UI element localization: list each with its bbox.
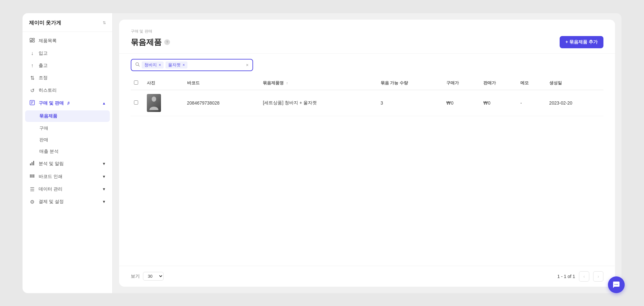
bundles-label: 묶음제품 — [39, 113, 57, 119]
search-box[interactable]: 청바지 × 울자켓 × × — [131, 59, 253, 71]
svg-rect-1 — [33, 38, 34, 40]
search-icon — [135, 62, 140, 68]
barcode-icon — [29, 173, 35, 180]
submenu-item-sales-analysis[interactable]: 매출 분석 — [23, 146, 112, 157]
col-created-at: 생성일 — [546, 76, 603, 90]
data-mgmt-chevron: ▼ — [102, 187, 106, 191]
sidebar-item-purchase-sales[interactable]: 구매 및 판매 β ▲ — [23, 97, 112, 110]
row-created-at: 2023-02-20 — [546, 90, 603, 116]
svg-rect-3 — [30, 41, 32, 42]
inbound-icon: ↓ — [29, 51, 35, 56]
analytics-chevron: ▼ — [102, 162, 106, 166]
svg-rect-14 — [33, 174, 33, 178]
analytics-label: 분석 및 알림 — [39, 161, 64, 167]
sidebar-expand-icon[interactable]: ⇅ — [103, 21, 106, 25]
submenu-item-sales[interactable]: 판매 — [23, 134, 112, 146]
tag-jeans-close[interactable]: × — [159, 63, 161, 67]
table-footer: 보기 30 50 100 1 - 1 of 1 ‹ › — [119, 266, 615, 287]
settings-chevron: ▼ — [102, 199, 106, 204]
svg-rect-9 — [32, 162, 33, 165]
tag-jacket-label: 울자켓 — [168, 62, 181, 68]
purchase-label: 구매 — [39, 125, 48, 131]
prev-page-button[interactable]: ‹ — [579, 271, 589, 282]
pagination-info: 1 - 1 of 1 — [557, 274, 575, 279]
svg-line-18 — [138, 65, 140, 67]
svg-rect-15 — [33, 174, 34, 178]
prev-icon: ‹ — [583, 274, 585, 279]
svg-rect-10 — [33, 161, 34, 165]
barcode-chevron: ▼ — [102, 174, 106, 179]
col-checkbox — [131, 76, 144, 90]
product-thumbnail — [147, 94, 161, 112]
tag-jacket-close[interactable]: × — [183, 63, 185, 67]
products-icon — [29, 38, 35, 44]
col-bundle-name[interactable]: 묶음제품명 ↑ — [260, 76, 377, 90]
svg-point-21 — [616, 284, 617, 285]
sidebar-item-outbound[interactable]: ↑ 출고 — [23, 60, 112, 72]
next-icon: › — [598, 274, 599, 279]
outbound-label: 출고 — [39, 63, 48, 69]
sidebar-item-analytics[interactable]: 분석 및 알림 ▼ — [23, 157, 112, 170]
settings-label: 결제 및 설정 — [39, 199, 64, 205]
sidebar-item-settings[interactable]: ⚙ 결제 및 설정 ▼ — [23, 196, 112, 208]
sidebar-item-history[interactable]: ↺ 히스토리 — [23, 84, 112, 97]
per-page-select[interactable]: 30 50 100 — [143, 272, 164, 281]
row-purchase-price: ₩0 — [443, 90, 480, 116]
inbound-label: 입고 — [39, 51, 48, 56]
submenu-item-bundles[interactable]: 묶음제품 — [25, 110, 110, 122]
svg-point-20 — [615, 284, 615, 285]
select-all-checkbox[interactable] — [134, 80, 138, 85]
page-title: 묶음제품 — [131, 37, 162, 47]
search-tag-jacket: 울자켓 × — [166, 61, 187, 69]
col-photo: 사진 — [144, 76, 184, 90]
adjust-label: 조정 — [39, 75, 48, 81]
breadcrumb: 구매 및 판매 — [131, 29, 603, 34]
sidebar-nav: 제품목록 ↓ 입고 ↑ 출고 ⇅ 조정 ↺ 히스토리 — [23, 32, 112, 293]
submenu-item-purchase[interactable]: 구매 — [23, 123, 112, 134]
bundles-table: 사진 바코드 묶음제품명 ↑ 묶음 가능 수량 — [131, 76, 603, 116]
svg-rect-11 — [30, 174, 31, 178]
search-tag-jeans: 청바지 × — [142, 61, 164, 69]
sidebar-item-inbound[interactable]: ↓ 입고 — [23, 47, 112, 60]
sales-analysis-label: 매출 분석 — [39, 149, 59, 154]
history-label: 히스토리 — [39, 88, 57, 93]
sidebar-item-barcode[interactable]: 바코드 인쇄 ▼ — [23, 170, 112, 183]
svg-rect-8 — [30, 163, 31, 165]
table-row: 2084679738028 [세트상품] 청바지 + 울자켓 3 ₩0 ₩0 -… — [131, 90, 603, 116]
outbound-icon: ↑ — [29, 63, 35, 69]
svg-point-19 — [152, 97, 156, 102]
main-content: 구매 및 판매 묶음제품 ? + 묶음제품 추가 — [113, 13, 621, 293]
sidebar-item-adjust[interactable]: ⇅ 조정 — [23, 72, 112, 84]
add-bundle-button[interactable]: + 묶음제품 추가 — [560, 36, 603, 48]
sidebar-item-data-mgmt[interactable]: ☰ 데이터 관리 ▼ — [23, 183, 112, 196]
row-memo: - — [517, 90, 546, 116]
svg-rect-2 — [33, 41, 34, 42]
search-clear-icon[interactable]: × — [246, 62, 249, 68]
search-input[interactable] — [189, 62, 244, 68]
sidebar: 제이미 옷가게 ⇅ 제품목록 ↓ 입고 ↑ 출고 ⇅ — [23, 13, 113, 293]
purchase-sales-icon — [29, 100, 35, 107]
row-checkbox — [131, 90, 144, 116]
page-title-row: 묶음제품 ? + 묶음제품 추가 — [131, 36, 603, 48]
search-row: 청바지 × 울자켓 × × — [119, 54, 615, 76]
svg-rect-16 — [34, 174, 34, 178]
submenu-purchase-sales: 묶음제품 구매 판매 매출 분석 — [23, 110, 112, 157]
col-barcode: 바코드 — [184, 76, 260, 90]
help-icon[interactable]: ? — [164, 39, 170, 45]
chat-button[interactable] — [608, 276, 625, 293]
next-page-button[interactable]: › — [593, 271, 603, 282]
adjust-icon: ⇅ — [29, 75, 35, 81]
history-icon: ↺ — [29, 88, 35, 94]
sidebar-header: 제이미 옷가게 ⇅ — [23, 13, 112, 32]
col-memo: 메모 — [517, 76, 546, 90]
pagination-row: 1 - 1 of 1 ‹ › — [557, 271, 603, 282]
data-mgmt-label: 데이터 관리 — [39, 186, 62, 192]
col-sale-price: 판매가 — [480, 76, 517, 90]
row-select-checkbox[interactable] — [134, 100, 138, 105]
col-purchase-price: 구매가 — [443, 76, 480, 90]
sidebar-item-products[interactable]: 제품목록 — [23, 34, 112, 47]
purchase-sales-chevron: ▲ — [102, 101, 106, 106]
table-container: 사진 바코드 묶음제품명 ↑ 묶음 가능 수량 — [119, 76, 615, 266]
beta-badge: β — [68, 101, 70, 105]
row-sale-price: ₩0 — [480, 90, 517, 116]
